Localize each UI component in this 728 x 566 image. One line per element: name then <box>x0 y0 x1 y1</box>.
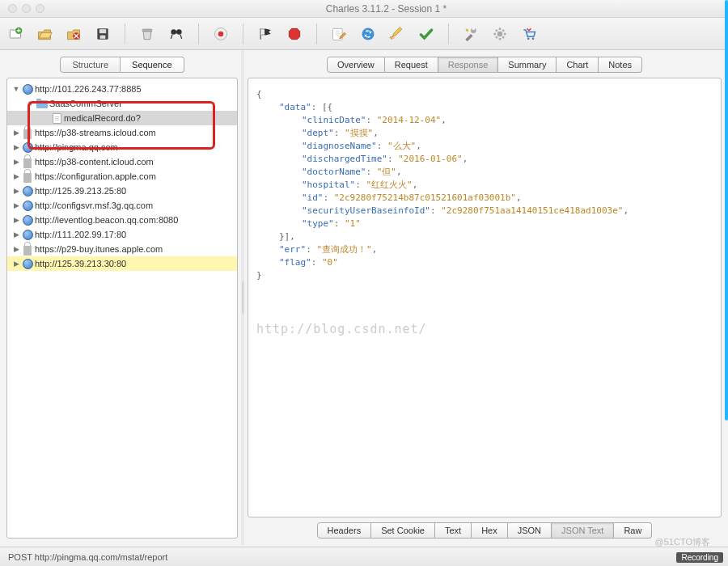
splitter-handle-icon <box>242 281 244 314</box>
body-tab-json-text[interactable]: JSON Text <box>552 522 614 539</box>
json-line: "diagnoseName": "么大", <box>256 140 713 153</box>
disclosure-arrow-icon[interactable]: ▶ <box>12 230 20 239</box>
svg-rect-4 <box>99 29 106 33</box>
json-line: "id": "2c9280f75214b87c01521601af03001b"… <box>256 192 713 205</box>
window-title: Charles 3.11.2 - Session 1 * <box>44 3 728 15</box>
detail-tab-summary[interactable]: Summary <box>498 57 557 73</box>
tree-row[interactable]: ▶http://125.39.213.30:80 <box>7 256 237 271</box>
json-line: { <box>256 88 713 101</box>
tree-row[interactable]: ▶https://configuration.apple.com <box>7 169 237 184</box>
toolbar <box>0 18 728 50</box>
save-session-button[interactable] <box>94 25 112 43</box>
response-body-view[interactable]: {"data": [{"clinicDate": "2014-12-04","d… <box>248 78 722 517</box>
body-tab-hex[interactable]: Hex <box>472 522 508 539</box>
settings-button[interactable] <box>491 25 509 43</box>
pane-splitter[interactable] <box>241 50 244 545</box>
globe-icon <box>22 142 33 153</box>
stop-button[interactable] <box>286 25 303 43</box>
tree-row[interactable]: ▶http://111.202.99.17:80 <box>7 227 237 242</box>
disclosure-arrow-icon[interactable]: ▼ <box>27 99 35 108</box>
svg-point-7 <box>171 29 176 35</box>
disclosure-arrow-icon[interactable]: ▶ <box>12 158 20 166</box>
tree-row[interactable]: medicalRecord.do? <box>7 111 237 125</box>
body-tab-json[interactable]: JSON <box>508 522 552 539</box>
globe-icon <box>22 185 33 196</box>
disclosure-arrow-icon[interactable]: ▶ <box>12 260 20 268</box>
tree-row-label: SaasCommServer <box>49 99 122 108</box>
json-line: "clinicDate": "2014-12-04", <box>256 114 713 127</box>
tree-row-label: https://p38-content.icloud.com <box>35 157 154 167</box>
tree-row[interactable]: ▶https://p38-streams.icloud.com <box>7 125 237 140</box>
json-line: "doctorName": "但", <box>256 166 713 179</box>
tree-row[interactable]: ▼SaasCommServer <box>7 96 237 111</box>
tree-row[interactable]: ▶https://p38-content.icloud.com <box>7 154 237 169</box>
file-icon <box>51 112 62 124</box>
svg-rect-16 <box>472 27 475 29</box>
svg-point-14 <box>362 27 375 40</box>
purchase-button[interactable] <box>520 25 538 43</box>
disclosure-arrow-icon[interactable]: ▶ <box>12 216 20 224</box>
status-text: POST http://pingma.qq.com/mstat/report <box>8 552 167 562</box>
disclosure-arrow-icon[interactable]: ▶ <box>12 129 20 137</box>
trash-button[interactable] <box>138 25 156 43</box>
tree-row[interactable]: ▼http://101.226.243.77:8885 <box>7 82 237 96</box>
detail-tab-response[interactable]: Response <box>438 57 499 73</box>
tree-row-label: https://p29-buy.itunes.apple.com <box>35 244 163 254</box>
throttle-flag-button[interactable] <box>256 25 274 43</box>
detail-tab-chart[interactable]: Chart <box>557 57 599 73</box>
recording-badge: Recording <box>676 552 723 563</box>
attribution-text: @51CTO博客 <box>655 536 710 548</box>
disclosure-arrow-icon[interactable]: ▶ <box>12 245 20 253</box>
close-window-icon[interactable] <box>8 4 17 13</box>
zoom-window-icon[interactable] <box>36 4 44 13</box>
tab-sequence[interactable]: Sequence <box>121 57 184 73</box>
edit-button[interactable] <box>388 25 406 43</box>
json-line: "type": "1" <box>256 218 713 230</box>
json-line: "dischargedTime": "2016-01-06", <box>256 153 713 166</box>
disclosure-arrow-icon[interactable]: ▶ <box>12 143 20 151</box>
lock-icon <box>22 243 33 255</box>
body-tab-raw[interactable]: Raw <box>614 522 652 539</box>
refresh-button[interactable] <box>359 25 377 43</box>
tree-row[interactable]: ▶https://p29-buy.itunes.apple.com <box>7 242 237 256</box>
new-session-button[interactable] <box>6 25 24 43</box>
disclosure-arrow-icon[interactable]: ▼ <box>12 85 20 93</box>
globe-icon <box>22 214 33 226</box>
svg-marker-12 <box>289 28 299 39</box>
tree-row[interactable]: ▶http://125.39.213.25:80 <box>7 184 237 198</box>
tree-row-label: http://125.39.213.30:80 <box>35 259 126 268</box>
tree-row[interactable]: ▶http://configsvr.msf.3g.qq.com <box>7 198 237 213</box>
disclosure-arrow-icon[interactable]: ▶ <box>12 187 20 195</box>
body-format-tabs: HeadersSet CookieTextHexJSONJSON TextRaw <box>248 522 722 539</box>
tab-structure[interactable]: Structure <box>60 57 121 73</box>
lock-icon <box>22 156 33 167</box>
folder-icon <box>36 98 48 109</box>
disclosure-arrow-icon[interactable]: ▶ <box>12 172 20 180</box>
record-button[interactable] <box>212 25 230 43</box>
tree-row[interactable]: ▶http://ieventlog.beacon.qq.com:8080 <box>7 213 237 227</box>
open-session-button[interactable] <box>36 25 53 43</box>
compose-button[interactable] <box>330 25 348 43</box>
body-tab-set-cookie[interactable]: Set Cookie <box>371 522 435 539</box>
minimize-window-icon[interactable] <box>22 4 31 13</box>
svg-point-8 <box>176 29 182 35</box>
svg-point-19 <box>532 37 535 40</box>
svg-rect-9 <box>176 31 177 32</box>
tools-button[interactable] <box>462 25 480 43</box>
traffic-lights[interactable] <box>0 4 44 13</box>
detail-tab-notes[interactable]: Notes <box>599 57 642 73</box>
body-tab-headers[interactable]: Headers <box>317 522 372 539</box>
find-button[interactable] <box>167 25 185 43</box>
body-tab-text[interactable]: Text <box>435 522 472 539</box>
validate-button[interactable] <box>417 25 435 43</box>
session-tree[interactable]: ▼http://101.226.243.77:8885▼SaasCommServ… <box>6 78 238 539</box>
svg-rect-5 <box>100 35 106 38</box>
disclosure-arrow-icon[interactable]: ▶ <box>12 201 20 209</box>
view-mode-tabs: Structure Sequence <box>6 57 238 73</box>
detail-tab-overview[interactable]: Overview <box>327 57 385 73</box>
detail-tab-request[interactable]: Request <box>385 57 438 73</box>
status-bar: POST http://pingma.qq.com/mstat/report <box>0 547 728 566</box>
tree-row[interactable]: ▶http://pingma.qq.com <box>7 140 237 154</box>
close-session-button[interactable] <box>65 25 83 43</box>
svg-rect-6 <box>142 29 152 32</box>
